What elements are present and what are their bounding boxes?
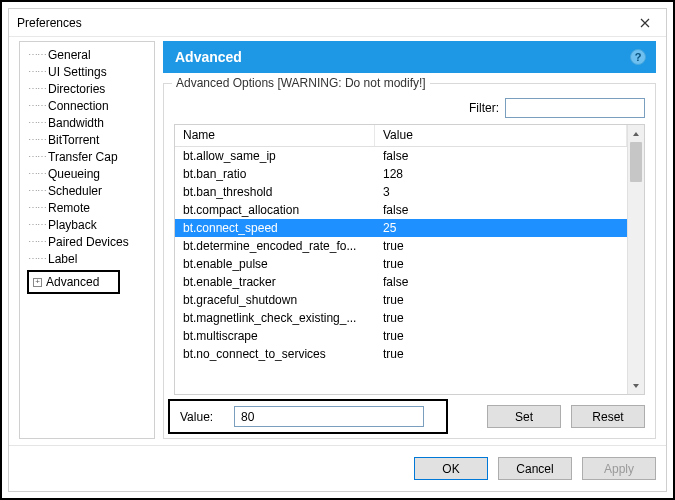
sidebar-item[interactable]: ⋯⋯Paired Devices xyxy=(22,233,152,250)
table-header: Name Value xyxy=(175,125,627,147)
value-label: Value: xyxy=(174,410,224,424)
table-row[interactable]: bt.multiscrapetrue xyxy=(175,327,627,345)
scrollbar-thumb[interactable] xyxy=(630,142,642,182)
sidebar-item-advanced[interactable]: + Advanced xyxy=(27,270,120,294)
cell-value: false xyxy=(375,203,627,217)
sidebar-item[interactable]: ⋯⋯Transfer Cap xyxy=(22,148,152,165)
sidebar-item[interactable]: ⋯⋯UI Settings xyxy=(22,63,152,80)
sidebar-item-label: Connection xyxy=(48,99,109,113)
sidebar-item-label: Playback xyxy=(48,218,97,232)
cell-value: true xyxy=(375,311,627,325)
sidebar-item[interactable]: ⋯⋯Label xyxy=(22,250,152,267)
sidebar-item-label: Advanced xyxy=(46,275,99,289)
apply-button[interactable]: Apply xyxy=(582,457,656,480)
close-icon xyxy=(640,18,650,28)
cell-name: bt.ban_threshold xyxy=(175,185,375,199)
main-panel: Advanced ? Advanced Options [WARNING: Do… xyxy=(163,41,656,439)
cell-name: bt.compact_allocation xyxy=(175,203,375,217)
tree-branch-icon: ⋯⋯ xyxy=(28,66,48,77)
sidebar-item-label: UI Settings xyxy=(48,65,107,79)
sidebar-item[interactable]: ⋯⋯BitTorrent xyxy=(22,131,152,148)
sidebar-item[interactable]: ⋯⋯Playback xyxy=(22,216,152,233)
window-title: Preferences xyxy=(17,16,82,30)
sidebar-item-label: Label xyxy=(48,252,77,266)
expand-icon[interactable]: + xyxy=(33,278,42,287)
panel-header: Advanced ? xyxy=(163,41,656,73)
table-row[interactable]: bt.no_connect_to_servicestrue xyxy=(175,345,627,363)
dialog-body: ⋯⋯General⋯⋯UI Settings⋯⋯Directories⋯⋯Con… xyxy=(9,37,666,445)
sidebar-item[interactable]: ⋯⋯Queueing xyxy=(22,165,152,182)
sidebar-item-label: General xyxy=(48,48,91,62)
cell-value: 3 xyxy=(375,185,627,199)
table-row[interactable]: bt.magnetlink_check_existing_...true xyxy=(175,309,627,327)
tree-branch-icon: ⋯⋯ xyxy=(28,134,48,145)
titlebar: Preferences xyxy=(9,9,666,37)
ok-button[interactable]: OK xyxy=(414,457,488,480)
vertical-scrollbar[interactable] xyxy=(627,125,644,394)
table-row[interactable]: bt.connect_speed25 xyxy=(175,219,627,237)
tree-branch-icon: ⋯⋯ xyxy=(28,117,48,128)
cell-name: bt.ban_ratio xyxy=(175,167,375,181)
table-row[interactable]: bt.determine_encoded_rate_fo...true xyxy=(175,237,627,255)
sidebar-item[interactable]: ⋯⋯Connection xyxy=(22,97,152,114)
panel-title: Advanced xyxy=(175,49,242,65)
sidebar-item-label: Directories xyxy=(48,82,105,96)
column-value[interactable]: Value xyxy=(375,125,627,146)
cell-value: true xyxy=(375,293,627,307)
sidebar-item-label: Transfer Cap xyxy=(48,150,118,164)
cell-name: bt.magnetlink_check_existing_... xyxy=(175,311,375,325)
table-row[interactable]: bt.ban_threshold3 xyxy=(175,183,627,201)
sidebar-item-label: Queueing xyxy=(48,167,100,181)
cell-name: bt.connect_speed xyxy=(175,221,375,235)
set-button[interactable]: Set xyxy=(487,405,561,428)
sidebar-item-label: Scheduler xyxy=(48,184,102,198)
cell-name: bt.enable_pulse xyxy=(175,257,375,271)
cell-value: true xyxy=(375,329,627,343)
column-name[interactable]: Name xyxy=(175,125,375,146)
tree-branch-icon: ⋯⋯ xyxy=(28,236,48,247)
cancel-button[interactable]: Cancel xyxy=(498,457,572,480)
help-icon[interactable]: ? xyxy=(630,49,646,65)
table-row[interactable]: bt.enable_pulsetrue xyxy=(175,255,627,273)
tree-branch-icon: ⋯⋯ xyxy=(28,202,48,213)
sidebar-item[interactable]: ⋯⋯Bandwidth xyxy=(22,114,152,131)
filter-label: Filter: xyxy=(469,101,499,115)
cell-value: 25 xyxy=(375,221,627,235)
scroll-up-button[interactable] xyxy=(628,125,644,142)
tree-branch-icon: ⋯⋯ xyxy=(28,168,48,179)
options-table: Name Value bt.allow_same_ipfalsebt.ban_r… xyxy=(174,124,645,395)
table-body: bt.allow_same_ipfalsebt.ban_ratio128bt.b… xyxy=(175,147,627,394)
table-inner: Name Value bt.allow_same_ipfalsebt.ban_r… xyxy=(175,125,627,394)
reset-button[interactable]: Reset xyxy=(571,405,645,428)
sidebar-item[interactable]: ⋯⋯Remote xyxy=(22,199,152,216)
preferences-dialog: Preferences ⋯⋯General⋯⋯UI Settings⋯⋯Dire… xyxy=(8,8,667,492)
sidebar-item[interactable]: ⋯⋯Scheduler xyxy=(22,182,152,199)
chevron-down-icon xyxy=(632,382,640,390)
cell-name: bt.enable_tracker xyxy=(175,275,375,289)
tree-branch-icon: ⋯⋯ xyxy=(28,253,48,264)
table-row[interactable]: bt.enable_trackerfalse xyxy=(175,273,627,291)
close-button[interactable] xyxy=(632,13,658,33)
filter-input[interactable] xyxy=(505,98,645,118)
tree-branch-icon: ⋯⋯ xyxy=(28,100,48,111)
cell-name: bt.allow_same_ip xyxy=(175,149,375,163)
category-tree: ⋯⋯General⋯⋯UI Settings⋯⋯Directories⋯⋯Con… xyxy=(19,41,155,439)
tree-branch-icon: ⋯⋯ xyxy=(28,49,48,60)
table-row[interactable]: bt.compact_allocationfalse xyxy=(175,201,627,219)
scroll-down-button[interactable] xyxy=(628,377,644,394)
table-row[interactable]: bt.ban_ratio128 xyxy=(175,165,627,183)
table-row[interactable]: bt.allow_same_ipfalse xyxy=(175,147,627,165)
cell-value: true xyxy=(375,257,627,271)
sidebar-item-label: Paired Devices xyxy=(48,235,129,249)
tree-branch-icon: ⋯⋯ xyxy=(28,185,48,196)
cell-value: false xyxy=(375,149,627,163)
cell-value: 128 xyxy=(375,167,627,181)
group-title: Advanced Options [WARNING: Do not modify… xyxy=(172,76,430,90)
sidebar-item[interactable]: ⋯⋯Directories xyxy=(22,80,152,97)
tree-branch-icon: ⋯⋯ xyxy=(28,83,48,94)
sidebar-item[interactable]: ⋯⋯General xyxy=(22,46,152,63)
sidebar-item-label: BitTorrent xyxy=(48,133,99,147)
table-row[interactable]: bt.graceful_shutdowntrue xyxy=(175,291,627,309)
tree-branch-icon: ⋯⋯ xyxy=(28,151,48,162)
value-input[interactable] xyxy=(234,406,424,427)
